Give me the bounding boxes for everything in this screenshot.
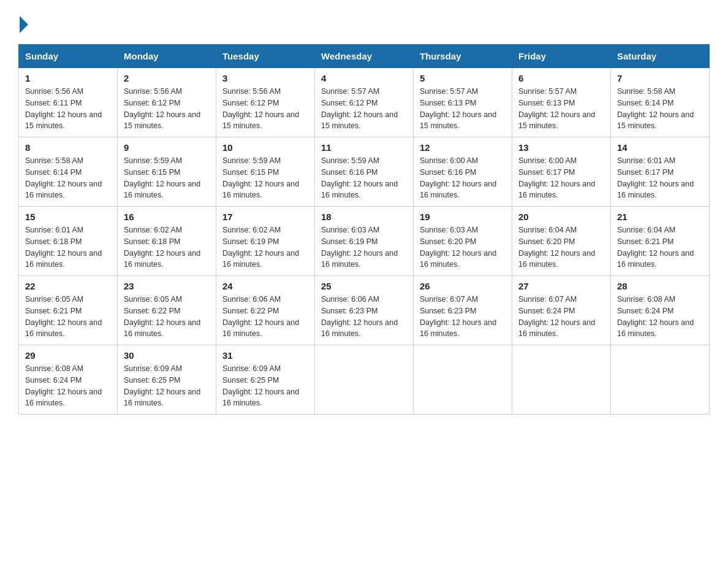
calendar-cell: 19Sunrise: 6:03 AMSunset: 6:20 PMDayligh… xyxy=(414,207,512,276)
calendar-week-3: 15Sunrise: 6:01 AMSunset: 6:18 PMDayligh… xyxy=(19,207,710,276)
day-info: Sunrise: 5:59 AMSunset: 6:15 PMDaylight:… xyxy=(124,155,210,201)
day-info: Sunrise: 6:03 AMSunset: 6:19 PMDaylight:… xyxy=(321,224,407,270)
weekday-header-wednesday: Wednesday xyxy=(315,45,414,68)
day-number: 2 xyxy=(124,73,210,83)
weekday-header-friday: Friday xyxy=(512,45,611,68)
logo xyxy=(18,18,28,33)
day-info: Sunrise: 6:08 AMSunset: 6:24 PMDaylight:… xyxy=(25,363,111,409)
day-info: Sunrise: 6:01 AMSunset: 6:18 PMDaylight:… xyxy=(25,224,111,270)
calendar-cell: 5Sunrise: 5:57 AMSunset: 6:13 PMDaylight… xyxy=(414,68,512,137)
day-number: 20 xyxy=(518,212,604,222)
weekday-header-saturday: Saturday xyxy=(611,45,710,68)
calendar-cell: 25Sunrise: 6:06 AMSunset: 6:23 PMDayligh… xyxy=(315,276,414,345)
day-info: Sunrise: 5:58 AMSunset: 6:14 PMDaylight:… xyxy=(25,155,111,201)
calendar-cell: 27Sunrise: 6:07 AMSunset: 6:24 PMDayligh… xyxy=(512,276,611,345)
day-number: 14 xyxy=(617,142,703,153)
calendar-cell: 7Sunrise: 5:58 AMSunset: 6:14 PMDaylight… xyxy=(611,68,710,137)
day-number: 23 xyxy=(124,281,210,291)
day-info: Sunrise: 6:02 AMSunset: 6:18 PMDaylight:… xyxy=(124,224,210,270)
weekday-header-thursday: Thursday xyxy=(414,45,512,68)
calendar-cell: 18Sunrise: 6:03 AMSunset: 6:19 PMDayligh… xyxy=(315,207,414,276)
day-number: 27 xyxy=(518,281,604,291)
calendar-cell: 17Sunrise: 6:02 AMSunset: 6:19 PMDayligh… xyxy=(216,207,315,276)
calendar-cell: 15Sunrise: 6:01 AMSunset: 6:18 PMDayligh… xyxy=(19,207,118,276)
day-number: 24 xyxy=(222,281,308,291)
day-number: 12 xyxy=(420,142,506,153)
weekday-header-sunday: Sunday xyxy=(19,45,118,68)
day-number: 16 xyxy=(124,212,210,222)
calendar-cell: 8Sunrise: 5:58 AMSunset: 6:14 PMDaylight… xyxy=(19,137,118,207)
calendar-cell xyxy=(315,345,414,415)
day-number: 17 xyxy=(222,212,308,222)
calendar-cell: 24Sunrise: 6:06 AMSunset: 6:22 PMDayligh… xyxy=(216,276,315,345)
calendar-cell: 12Sunrise: 6:00 AMSunset: 6:16 PMDayligh… xyxy=(414,137,512,207)
day-number: 9 xyxy=(124,142,210,153)
day-number: 25 xyxy=(321,281,407,291)
day-info: Sunrise: 5:57 AMSunset: 6:13 PMDaylight:… xyxy=(420,86,506,132)
day-number: 7 xyxy=(617,73,703,83)
day-number: 26 xyxy=(420,281,506,291)
day-info: Sunrise: 6:07 AMSunset: 6:24 PMDaylight:… xyxy=(518,294,604,340)
day-number: 28 xyxy=(617,281,703,291)
calendar-cell: 22Sunrise: 6:05 AMSunset: 6:21 PMDayligh… xyxy=(19,276,118,345)
day-number: 5 xyxy=(420,73,506,83)
day-number: 11 xyxy=(321,142,407,153)
day-number: 30 xyxy=(124,350,210,361)
day-info: Sunrise: 6:06 AMSunset: 6:22 PMDaylight:… xyxy=(222,294,308,340)
calendar-cell: 11Sunrise: 5:59 AMSunset: 6:16 PMDayligh… xyxy=(315,137,414,207)
day-number: 19 xyxy=(420,212,506,222)
calendar-cell xyxy=(512,345,611,415)
day-info: Sunrise: 6:06 AMSunset: 6:23 PMDaylight:… xyxy=(321,294,407,340)
calendar-cell: 23Sunrise: 6:05 AMSunset: 6:22 PMDayligh… xyxy=(118,276,216,345)
calendar-cell: 1Sunrise: 5:56 AMSunset: 6:11 PMDaylight… xyxy=(19,68,118,137)
day-number: 13 xyxy=(518,142,604,153)
day-number: 15 xyxy=(25,212,111,222)
day-info: Sunrise: 6:08 AMSunset: 6:24 PMDaylight:… xyxy=(617,294,703,340)
calendar-cell xyxy=(414,345,512,415)
calendar-cell: 2Sunrise: 5:56 AMSunset: 6:12 PMDaylight… xyxy=(118,68,216,137)
calendar-week-5: 29Sunrise: 6:08 AMSunset: 6:24 PMDayligh… xyxy=(19,345,710,415)
calendar-cell: 3Sunrise: 5:56 AMSunset: 6:12 PMDaylight… xyxy=(216,68,315,137)
day-info: Sunrise: 5:56 AMSunset: 6:12 PMDaylight:… xyxy=(222,86,308,132)
day-number: 31 xyxy=(222,350,308,361)
calendar-week-4: 22Sunrise: 6:05 AMSunset: 6:21 PMDayligh… xyxy=(19,276,710,345)
calendar-table: SundayMondayTuesdayWednesdayThursdayFrid… xyxy=(18,44,710,415)
calendar-week-2: 8Sunrise: 5:58 AMSunset: 6:14 PMDaylight… xyxy=(19,137,710,207)
day-number: 29 xyxy=(25,350,111,361)
calendar-cell: 6Sunrise: 5:57 AMSunset: 6:13 PMDaylight… xyxy=(512,68,611,137)
calendar-cell: 30Sunrise: 6:09 AMSunset: 6:25 PMDayligh… xyxy=(118,345,216,415)
day-info: Sunrise: 6:00 AMSunset: 6:17 PMDaylight:… xyxy=(518,155,604,201)
calendar-cell: 29Sunrise: 6:08 AMSunset: 6:24 PMDayligh… xyxy=(19,345,118,415)
day-info: Sunrise: 5:59 AMSunset: 6:15 PMDaylight:… xyxy=(222,155,308,201)
day-info: Sunrise: 5:56 AMSunset: 6:12 PMDaylight:… xyxy=(124,86,210,132)
calendar-cell: 9Sunrise: 5:59 AMSunset: 6:15 PMDaylight… xyxy=(118,137,216,207)
day-number: 3 xyxy=(222,73,308,83)
logo-triangle-icon xyxy=(20,16,28,33)
day-info: Sunrise: 5:57 AMSunset: 6:13 PMDaylight:… xyxy=(518,86,604,132)
day-info: Sunrise: 6:09 AMSunset: 6:25 PMDaylight:… xyxy=(222,363,308,409)
calendar-week-1: 1Sunrise: 5:56 AMSunset: 6:11 PMDaylight… xyxy=(19,68,710,137)
day-info: Sunrise: 5:58 AMSunset: 6:14 PMDaylight:… xyxy=(617,86,703,132)
calendar-cell: 28Sunrise: 6:08 AMSunset: 6:24 PMDayligh… xyxy=(611,276,710,345)
calendar-cell: 10Sunrise: 5:59 AMSunset: 6:15 PMDayligh… xyxy=(216,137,315,207)
day-number: 18 xyxy=(321,212,407,222)
day-info: Sunrise: 6:02 AMSunset: 6:19 PMDaylight:… xyxy=(222,224,308,270)
calendar-cell xyxy=(611,345,710,415)
day-number: 6 xyxy=(518,73,604,83)
calendar-cell: 4Sunrise: 5:57 AMSunset: 6:12 PMDaylight… xyxy=(315,68,414,137)
day-info: Sunrise: 6:04 AMSunset: 6:21 PMDaylight:… xyxy=(617,224,703,270)
calendar-cell: 26Sunrise: 6:07 AMSunset: 6:23 PMDayligh… xyxy=(414,276,512,345)
day-info: Sunrise: 5:57 AMSunset: 6:12 PMDaylight:… xyxy=(321,86,407,132)
day-number: 22 xyxy=(25,281,111,291)
day-number: 21 xyxy=(617,212,703,222)
calendar-cell: 13Sunrise: 6:00 AMSunset: 6:17 PMDayligh… xyxy=(512,137,611,207)
day-info: Sunrise: 6:01 AMSunset: 6:17 PMDaylight:… xyxy=(617,155,703,201)
weekday-header-tuesday: Tuesday xyxy=(216,45,315,68)
calendar-cell: 21Sunrise: 6:04 AMSunset: 6:21 PMDayligh… xyxy=(611,207,710,276)
day-info: Sunrise: 6:03 AMSunset: 6:20 PMDaylight:… xyxy=(420,224,506,270)
day-info: Sunrise: 6:07 AMSunset: 6:23 PMDaylight:… xyxy=(420,294,506,340)
day-info: Sunrise: 6:04 AMSunset: 6:20 PMDaylight:… xyxy=(518,224,604,270)
day-info: Sunrise: 6:05 AMSunset: 6:21 PMDaylight:… xyxy=(25,294,111,340)
calendar-cell: 14Sunrise: 6:01 AMSunset: 6:17 PMDayligh… xyxy=(611,137,710,207)
day-info: Sunrise: 5:59 AMSunset: 6:16 PMDaylight:… xyxy=(321,155,407,201)
